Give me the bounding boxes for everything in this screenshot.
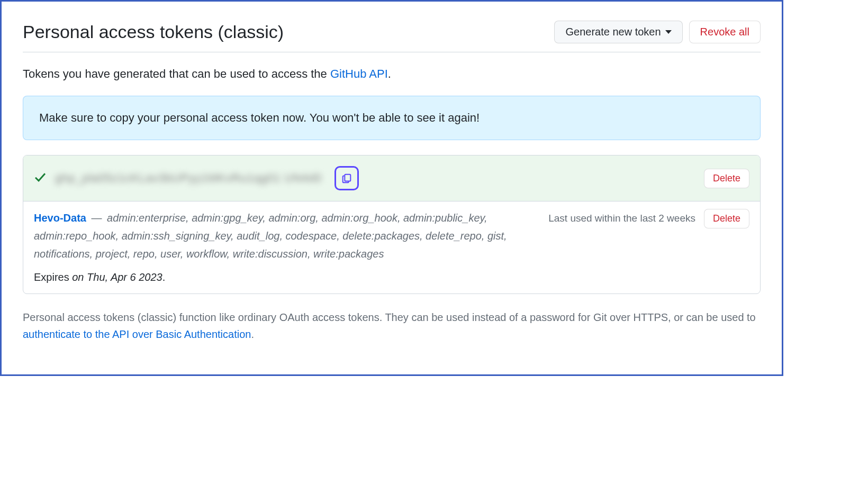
copy-token-warning: Make sure to copy your personal access t… [23,96,761,140]
svg-rect-0 [345,175,350,181]
delete-new-token-button[interactable]: Delete [704,169,749,188]
intro-prefix: Tokens you have generated that can be us… [23,67,330,80]
delete-existing-token-button[interactable]: Delete [704,209,749,228]
token-scopes: admin:enterprise, admin:gpg_key, admin:o… [34,212,507,260]
expires-suffix: . [162,271,166,283]
token-last-used: Last used within the last 2 weeks [548,210,695,227]
intro-suffix: . [388,67,391,80]
check-icon [34,171,47,186]
header-actions: Generate new token Revoke all [554,21,761,43]
token-value-masked: ghp_pla05z1cKLav3bUPyy1MKvRu1qg01 UN4d0 [55,171,322,185]
dash-sep: — [91,212,105,224]
token-details: Last used within the last 2 weeks Hevo-D… [34,209,695,286]
intro-text: Tokens you have generated that can be us… [23,67,761,81]
token-name-link[interactable]: Hevo-Data [34,212,86,224]
basic-auth-link[interactable]: authenticate to the API over Basic Authe… [23,328,251,340]
token-expires: Expires on Thu, Apr 6 2023. [34,268,695,286]
existing-token-row: Last used within the last 2 weeks Hevo-D… [23,201,760,293]
github-api-link[interactable]: GitHub API [330,67,388,80]
generate-new-token-button[interactable]: Generate new token [554,21,682,43]
expires-prefix: Expires [34,271,72,283]
footer-part1: Personal access tokens (classic) functio… [23,311,756,323]
new-token-row: ghp_pla05z1cKLav3bUPyy1MKvRu1qg01 UN4d0 … [23,155,760,201]
generate-new-token-label: Generate new token [565,26,661,38]
copy-icon [341,172,352,184]
page-header: Personal access tokens (classic) Generat… [23,21,761,52]
token-list: ghp_pla05z1cKLav3bUPyy1MKvRu1qg01 UN4d0 … [23,155,761,294]
copy-token-button[interactable] [334,166,359,190]
revoke-all-button[interactable]: Revoke all [689,21,761,43]
expires-when: on Thu, Apr 6 2023 [72,271,162,283]
footer-note: Personal access tokens (classic) functio… [23,309,761,343]
page-title: Personal access tokens (classic) [23,22,284,42]
caret-down-icon [665,30,672,34]
footer-part2: . [251,328,254,340]
